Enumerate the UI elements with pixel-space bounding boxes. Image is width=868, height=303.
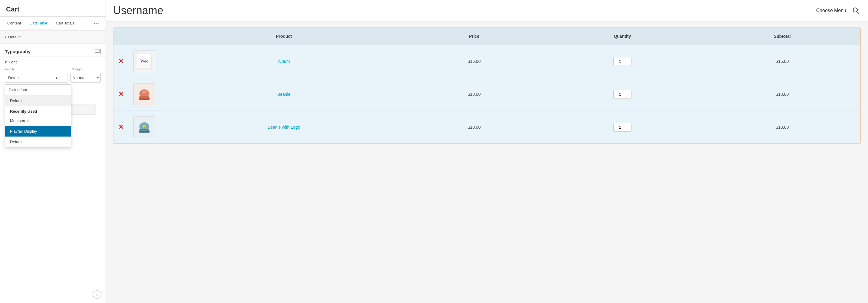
recently-used-header: Recently Used xyxy=(5,106,71,115)
quantity-input[interactable] xyxy=(613,57,631,66)
table-row: ✕ 😊 Beanie with Logo$18.00$18.00 xyxy=(114,111,861,144)
font-option-playfair[interactable]: Playfair Display xyxy=(5,126,71,137)
svg-text:Woo: Woo xyxy=(140,59,148,63)
default-section-label: Default xyxy=(8,35,21,39)
svg-rect-17 xyxy=(137,64,151,67)
default-section-collapse[interactable]: ▾ Default xyxy=(0,31,105,44)
quantity-input[interactable] xyxy=(613,123,631,132)
main-content: Username Choose Menu Product Price xyxy=(106,0,868,303)
table-row: ✕ Beanie$18.00$18.00 xyxy=(114,78,861,111)
font-option-montserrat[interactable]: Montserrat xyxy=(5,115,71,126)
remove-button[interactable]: ✕ xyxy=(118,90,124,98)
font-weight-dropdown[interactable]: Norma ▾ xyxy=(70,73,101,83)
font-label: Font xyxy=(9,60,17,64)
choose-menu-button[interactable]: Choose Menu xyxy=(816,8,846,13)
page-title: Username xyxy=(113,4,163,17)
cart-table: Product Price Quantity Subtotal ✕ Woo Al… xyxy=(114,28,861,143)
svg-line-13 xyxy=(857,11,859,13)
arrow-up-icon: ▲ xyxy=(55,76,58,79)
close-button[interactable]: × xyxy=(93,290,101,299)
sidebar-title: Cart xyxy=(6,5,99,13)
family-label: Family xyxy=(5,67,14,71)
product-thumbnail: 😊 xyxy=(133,116,155,138)
remove-button[interactable]: ✕ xyxy=(118,57,124,65)
cart-table-wrapper: Product Price Quantity Subtotal ✕ Woo Al… xyxy=(113,28,861,144)
table-row: ✕ Woo Album$15.00$15.00 xyxy=(114,45,861,78)
remove-button[interactable]: ✕ xyxy=(118,123,124,131)
font-option-default2[interactable]: Default xyxy=(5,137,71,147)
th-subtotal: Subtotal xyxy=(704,28,861,45)
sidebar: Cart Content Cart Table Cart Totals ··· … xyxy=(0,0,106,303)
monitor-icon[interactable] xyxy=(94,48,101,54)
cart-container: Product Price Quantity Subtotal ✕ Woo Al… xyxy=(106,22,868,303)
chevron-down-icon: ▾ xyxy=(5,35,6,39)
th-remove xyxy=(114,28,128,45)
font-search-input[interactable] xyxy=(5,85,71,96)
th-quantity: Quantity xyxy=(541,28,704,45)
font-weight-select: Norma ▾ xyxy=(70,73,101,83)
font-collapse[interactable]: ▾ Font xyxy=(5,60,101,64)
typography-row: Typography xyxy=(0,44,105,57)
product-subtotal: $15.00 xyxy=(776,59,789,64)
product-link[interactable]: Beanie xyxy=(277,92,291,97)
svg-rect-23 xyxy=(139,98,150,100)
table-header-row: Product Price Quantity Subtotal xyxy=(114,28,861,45)
sidebar-header: Cart xyxy=(0,0,105,16)
quantity-input[interactable] xyxy=(613,90,631,99)
product-subtotal: $18.00 xyxy=(776,125,789,130)
top-bar: Username Choose Menu xyxy=(106,0,868,22)
product-link[interactable]: Album xyxy=(278,59,290,64)
product-price: $18.00 xyxy=(468,92,480,97)
svg-rect-0 xyxy=(95,50,100,53)
font-family-value: Default xyxy=(8,75,21,80)
product-thumbnail: Woo xyxy=(133,50,155,72)
font-controls: Default ▲ Default Recently Used Montserr… xyxy=(5,73,101,83)
font-chevron-icon: ▾ xyxy=(5,60,7,64)
tab-cart-totals[interactable]: Cart Totals xyxy=(52,16,79,30)
product-thumbnail xyxy=(133,83,155,105)
product-link[interactable]: Beanie with Logo xyxy=(268,125,300,130)
product-price: $18.00 xyxy=(468,125,480,130)
svg-rect-24 xyxy=(143,91,146,93)
svg-text:😊: 😊 xyxy=(143,125,146,128)
tab-cart-table[interactable]: Cart Table xyxy=(25,16,52,30)
svg-rect-28 xyxy=(139,131,150,133)
product-price: $15.00 xyxy=(468,59,480,64)
font-family-dropdown[interactable]: Default ▲ xyxy=(5,73,67,83)
sidebar-tabs: Content Cart Table Cart Totals ··· xyxy=(0,16,105,31)
font-weight-value: Norma xyxy=(72,75,84,80)
tab-more-button[interactable]: ··· xyxy=(91,17,102,30)
font-section: ▾ Font Family Weight Default ▲ Default xyxy=(0,57,105,120)
th-image xyxy=(128,28,160,45)
font-family-select: Default ▲ Default Recently Used Montserr… xyxy=(5,73,67,83)
top-bar-right: Choose Menu xyxy=(816,6,861,15)
product-subtotal: $18.00 xyxy=(776,92,789,97)
font-picker-dropdown: Default Recently Used Montserrat Playfai… xyxy=(5,84,71,147)
weight-chevron-icon: ▾ xyxy=(97,76,99,79)
typography-label: Typography xyxy=(5,49,31,54)
font-row-labels: Family Weight xyxy=(5,67,101,71)
font-option-default[interactable]: Default xyxy=(5,96,71,106)
tab-content[interactable]: Content xyxy=(3,16,25,30)
sidebar-body: ▾ Default Typography ▾ Font Family Weigh… xyxy=(0,31,105,303)
search-icon-button[interactable] xyxy=(851,6,861,15)
th-product: Product xyxy=(160,28,408,45)
th-price: Price xyxy=(408,28,541,45)
weight-label: Weight xyxy=(72,67,83,71)
